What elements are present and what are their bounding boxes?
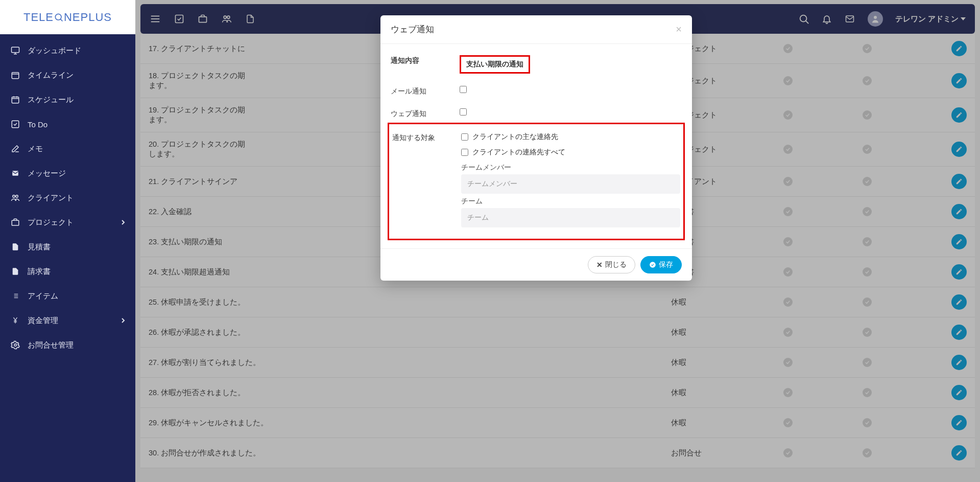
sidebar-item-label: お問合せ管理 — [28, 340, 74, 350]
sidebar-item-3[interactable]: To Do — [0, 112, 135, 136]
calendar-blank-icon — [10, 70, 20, 80]
svg-point-0 — [55, 14, 61, 20]
sidebar-item-9[interactable]: 請求書 — [0, 259, 135, 284]
team-member-label: チームメンバー — [461, 163, 680, 172]
label-web: ウェブ通知 — [391, 108, 460, 119]
label-targets: 通知する対象 — [392, 132, 461, 143]
sidebar-item-label: クライアント — [28, 193, 74, 203]
sidebar-item-7[interactable]: プロジェクト — [0, 210, 135, 235]
sidebar-item-label: メモ — [28, 144, 43, 154]
team-label: チーム — [461, 197, 680, 206]
calendar-icon — [10, 95, 20, 105]
web-notification-modal: ウェブ通知 × 通知内容 支払い期限の通知 メール通知 ウェブ通知 — [380, 15, 692, 281]
file-icon — [10, 242, 20, 252]
svg-point-17 — [16, 195, 18, 198]
mail-icon — [10, 168, 20, 178]
svg-point-28 — [14, 344, 17, 347]
edit-icon — [10, 144, 20, 154]
sidebar-nav: ダッシュボードタイムラインスケジュールTo Doメモメッセージクライアントプロジ… — [0, 34, 135, 482]
team-member-input[interactable]: チームメンバー — [461, 174, 680, 194]
sidebar-item-label: アイテム — [28, 291, 58, 301]
svg-point-16 — [13, 195, 15, 198]
sidebar-item-4[interactable]: メモ — [0, 136, 135, 161]
sidebar-item-2[interactable]: スケジュール — [0, 87, 135, 112]
svg-rect-14 — [12, 121, 19, 128]
svg-rect-7 — [12, 97, 19, 103]
svg-line-1 — [60, 19, 62, 21]
sidebar-item-label: 資金管理 — [28, 316, 58, 326]
svg-point-41 — [650, 262, 656, 268]
label-mail: メール通知 — [391, 86, 460, 96]
target-all-checkbox[interactable] — [461, 149, 468, 156]
sidebar-item-6[interactable]: クライアント — [0, 186, 135, 210]
sidebar-item-label: To Do — [28, 120, 47, 129]
brand-logo: TELENEPLUS — [0, 0, 135, 34]
yen-icon — [10, 315, 20, 326]
svg-rect-2 — [12, 47, 19, 53]
sidebar-item-label: プロジェクト — [28, 218, 74, 227]
content-value: 支払い期限の通知 — [460, 55, 530, 74]
sidebar-item-1[interactable]: タイムライン — [0, 63, 135, 87]
svg-rect-18 — [12, 220, 19, 225]
sidebar-item-0[interactable]: ダッシュボード — [0, 38, 135, 63]
list-icon — [10, 291, 20, 301]
modal-title: ウェブ通知 — [391, 24, 434, 35]
sidebar-item-label: スケジュール — [28, 95, 74, 105]
target-main-checkbox[interactable] — [461, 133, 468, 141]
chevron-right-icon — [121, 219, 125, 225]
target-all-label: クライアントの連絡先すべて — [472, 148, 565, 157]
sidebar-item-5[interactable]: メッセージ — [0, 161, 135, 186]
monitor-icon — [10, 45, 20, 56]
sidebar-item-12[interactable]: お問合せ管理 — [0, 333, 135, 357]
web-checkbox[interactable] — [460, 108, 467, 116]
sidebar-item-label: 請求書 — [28, 267, 51, 277]
sidebar-item-11[interactable]: 資金管理 — [0, 308, 135, 333]
sidebar-item-label: ダッシュボード — [28, 46, 81, 56]
file-icon — [10, 266, 20, 277]
check-square-icon — [10, 119, 20, 129]
users-icon — [10, 193, 20, 203]
sidebar-item-label: メッセージ — [28, 169, 66, 178]
sidebar-item-label: 見積書 — [28, 242, 51, 252]
briefcase-icon — [10, 217, 20, 227]
target-main-label: クライアントの主な連絡先 — [472, 132, 558, 142]
sidebar-item-label: タイムライン — [28, 71, 74, 80]
gear-icon — [10, 340, 20, 350]
mail-checkbox[interactable] — [460, 86, 467, 93]
chevron-right-icon — [121, 317, 125, 324]
close-icon[interactable]: × — [676, 24, 682, 35]
sidebar-item-10[interactable]: アイテム — [0, 284, 135, 308]
label-content: 通知内容 — [391, 55, 460, 65]
close-button[interactable]: ✕ 閉じる — [588, 256, 635, 273]
svg-rect-5 — [12, 73, 19, 79]
save-button[interactable]: 保存 — [640, 256, 682, 273]
sidebar-item-8[interactable]: 見積書 — [0, 235, 135, 259]
team-input[interactable]: チーム — [461, 208, 680, 227]
